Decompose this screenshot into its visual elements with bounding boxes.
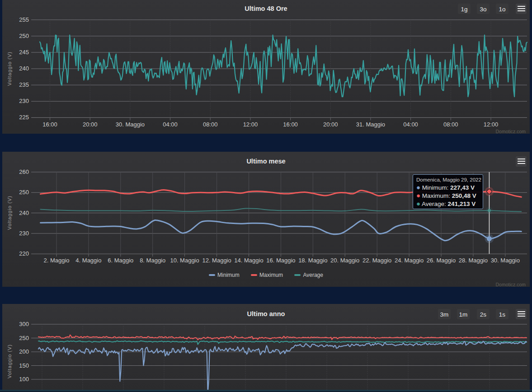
svg-text:230: 230	[19, 230, 29, 237]
svg-text:16:00: 16:00	[283, 121, 298, 128]
svg-text:100: 100	[19, 376, 29, 383]
svg-text:200: 200	[19, 348, 29, 355]
svg-text:250: 250	[19, 189, 29, 196]
svg-text:31. Maggio: 31. Maggio	[356, 121, 385, 128]
svg-text:26. Maggio: 26. Maggio	[427, 257, 456, 264]
svg-text:235: 235	[19, 81, 29, 88]
svg-text:30. Maggio: 30. Maggio	[491, 257, 520, 264]
svg-text:12:00: 12:00	[484, 121, 499, 128]
svg-text:20:00: 20:00	[323, 121, 338, 128]
svg-text:230: 230	[19, 98, 29, 104]
svg-text:10. Maggio: 10. Maggio	[170, 257, 199, 264]
svg-text:22. Maggio: 22. Maggio	[363, 257, 391, 264]
svg-text:240: 240	[19, 65, 29, 72]
svg-text:Voltaggio (V): Voltaggio (V)	[7, 344, 12, 378]
svg-text:08:00: 08:00	[443, 121, 458, 128]
svg-text:225: 225	[19, 114, 29, 121]
svg-text:20. Maggio: 20. Maggio	[330, 257, 359, 264]
svg-text:255: 255	[19, 16, 29, 23]
svg-text:2. Maggio: 2. Maggio	[43, 257, 69, 264]
svg-text:20:00: 20:00	[83, 121, 98, 128]
svg-text:14. Maggio: 14. Maggio	[234, 257, 263, 264]
svg-text:28. Maggio: 28. Maggio	[459, 257, 488, 264]
svg-text:220: 220	[19, 250, 29, 257]
svg-text:8. Maggio: 8. Maggio	[140, 257, 165, 264]
svg-text:16. Maggio: 16. Maggio	[266, 257, 295, 264]
svg-text:260: 260	[19, 168, 29, 175]
svg-text:250: 250	[19, 33, 29, 39]
svg-text:Voltaggio (V): Voltaggio (V)	[7, 196, 12, 230]
svg-text:12. Maggio: 12. Maggio	[202, 257, 231, 264]
svg-text:12:00: 12:00	[243, 121, 258, 128]
svg-text:18. Maggio: 18. Maggio	[298, 257, 327, 264]
svg-text:Voltaggio (V): Voltaggio (V)	[7, 51, 12, 86]
svg-text:240: 240	[19, 210, 29, 216]
svg-text:30. Maggio: 30. Maggio	[116, 121, 145, 128]
svg-text:245: 245	[19, 49, 29, 56]
svg-text:04:00: 04:00	[163, 121, 178, 128]
svg-text:24. Maggio: 24. Maggio	[395, 257, 424, 264]
svg-text:300: 300	[19, 321, 29, 327]
svg-text:6. Maggio: 6. Maggio	[108, 257, 133, 264]
svg-text:08:00: 08:00	[203, 121, 218, 128]
svg-text:250: 250	[19, 335, 29, 341]
svg-text:150: 150	[19, 362, 29, 369]
svg-text:04:00: 04:00	[403, 121, 418, 128]
svg-text:4. Maggio: 4. Maggio	[75, 257, 101, 264]
svg-text:16:00: 16:00	[42, 121, 57, 128]
